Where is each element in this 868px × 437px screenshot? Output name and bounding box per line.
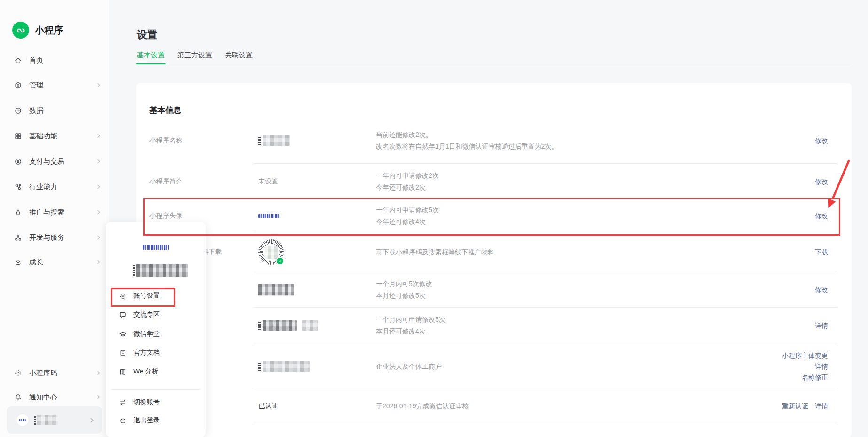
qr-blurred-center [265,246,278,259]
sun-code-icon [14,369,22,377]
row-hidden-label-2: 一个月内可申请修改5次本月还可修改4次 详情 [136,308,852,343]
heart-hands-icon [14,258,22,266]
menu-item-wechat-academy[interactable]: 微信学堂 [119,325,199,343]
sidebar-item-industry[interactable]: 行业能力 [14,177,101,196]
sidebar-item-label: 首页 [29,56,43,65]
modify-link[interactable]: 修改 [815,137,828,144]
popup-blurred-logo [143,245,169,250]
sidebar-item-promotion[interactable]: 推广与搜索 [14,203,101,222]
account-popup-menu: 账号设置 交流专区 微信学堂 官方文档 We 分析 切换账号 退出登录 [106,222,206,437]
nodes-icon [14,183,22,191]
menu-item-label: 交流专区 [133,310,160,319]
sidebar-item-manage[interactable]: 管理 [14,76,101,95]
chevron-right-icon [96,235,101,240]
sidebar-item-basic-features[interactable]: 基础功能 [14,127,101,145]
name-correction-link[interactable]: 名称修正 [802,373,828,381]
row-description: 可下载小程序码及搜索框等线下推广物料 [376,246,494,258]
row-material-download: 料下载 ✓ 可下载小程序码及搜索框等线下推广物料 下载 [136,232,852,271]
reverify-link[interactable]: 重新认证 [782,402,808,410]
menu-item-we-analytics[interactable]: We 分析 [119,362,199,381]
row-description: 一年内可申请修改2次今年还可修改2次 [376,170,439,193]
molecule-icon [14,234,22,242]
popup-account-name-blurred [133,264,188,277]
wechat-miniprogram-logo-icon [12,22,29,39]
chevron-right-icon [89,418,94,423]
row-miniprogram-intro: 小程序简介 未设置 一年内可申请修改2次今年还可修改2次 修改 [136,164,852,199]
sidebar-item-label: 行业能力 [29,183,57,191]
row-description: 于2026-01-19完成微信认证审核 [376,400,469,412]
sidebar-item-label: 小程序码 [29,369,57,378]
chat-bubble-icon [119,311,127,319]
sidebar-item-label: 成长 [29,258,43,267]
chevron-right-icon [96,184,101,189]
basic-info-card: 基本信息 小程序名称 当前还能修改2次。改名次数将在自然年1月1日和微信认证审核… [136,83,852,437]
row-verification: 已认证 于2026-01-19完成微信认证审核 重新认证详情 [136,389,852,422]
sidebar-item-home[interactable]: 首页 [14,51,101,70]
sidebar-item-payment[interactable]: 支付与交易 [14,152,101,171]
row-subject-info: 企业法人及个体工商户 小程序主体变更 详情 名称修正 [136,343,852,389]
pie-chart-icon [14,107,22,115]
menu-item-logout[interactable]: 退出登录 [119,411,199,430]
menu-item-official-docs[interactable]: 官方文档 [119,343,199,362]
account-name-blurred [34,416,36,425]
brand-logo-row: 小程序 [12,22,63,39]
detail-link[interactable]: 详情 [815,322,828,329]
row-label: 小程序名称 [149,136,182,145]
row-description: 一个月内可5次修改本月还可修改5次 [376,278,432,302]
row-value-blurred [258,135,290,146]
chevron-right-icon [96,83,101,87]
sidebar-item-data[interactable]: 数据 [14,101,101,120]
document-icon [119,349,127,357]
modify-link[interactable]: 修改 [815,286,828,293]
chevron-right-icon [96,134,101,138]
row-hidden-label-1: 一个月内可5次修改本月还可修改5次 修改 [136,271,852,308]
menu-item-label: 官方文档 [133,349,160,357]
sidebar-item-label: 基础功能 [29,132,57,141]
bell-icon [14,393,22,401]
menu-item-label: 退出登录 [133,416,160,425]
row-value-qrcode: ✓ [258,239,284,265]
menu-item-community[interactable]: 交流专区 [119,305,199,324]
settings-tabbar: 基本设置 第三方设置 关联设置 [137,50,852,64]
sidebar-item-growth[interactable]: 成长 [14,253,101,271]
tab-basic-settings[interactable]: 基本设置 [137,50,165,64]
row-value-blurred [258,320,318,331]
sidebar-account-item[interactable] [7,406,102,434]
app-window: 小程序 首页 管理 数据 基础功能 支付与交易 行业能力 [0,0,868,437]
detail-link[interactable]: 详情 [815,363,828,370]
account-avatar [16,413,29,427]
switch-arrows-icon [119,398,127,406]
brand-title: 小程序 [35,24,63,37]
row-value-blurred [258,284,294,295]
row-value-blurred [258,361,310,372]
verification-status: 已认证 [258,402,278,410]
tab-thirdparty-settings[interactable]: 第三方设置 [177,50,212,64]
download-link[interactable]: 下载 [815,248,828,255]
grid-icon [14,132,22,140]
detail-link[interactable]: 详情 [815,402,828,410]
verified-check-icon: ✓ [276,257,284,265]
sidebar-item-label: 开发与服务 [29,233,64,242]
subject-change-link[interactable]: 小程序主体变更 [782,352,828,359]
menu-item-switch-account[interactable]: 切换账号 [119,393,199,412]
sidebar-item-notifications[interactable]: 通知中心 [14,388,101,406]
graduation-cap-icon [119,330,127,338]
sidebar-item-label: 通知中心 [29,393,57,402]
sidebar-item-develop[interactable]: 开发与服务 [14,228,101,247]
chevron-right-icon [96,210,101,215]
power-icon [119,417,127,425]
page-title: 设置 [137,28,157,42]
section-title: 基本信息 [149,105,181,116]
annotation-arrow [808,155,860,221]
row-description: 企业法人及个体工商户 [376,361,442,373]
analytics-icon [119,368,127,376]
menu-item-label: 切换账号 [133,398,160,406]
sidebar: 小程序 首页 管理 数据 基础功能 支付与交易 行业能力 [0,0,109,437]
sidebar-item-label: 数据 [29,106,43,115]
sidebar-item-minicode[interactable]: 小程序码 [14,364,101,382]
row-miniprogram-name: 小程序名称 当前还能修改2次。改名次数将在自然年1月1日和微信认证审核通过后重置… [136,118,852,164]
row-label: 小程序简介 [149,177,182,186]
sidebar-item-label: 支付与交易 [29,157,64,166]
miniprogram-qr-code: ✓ [258,239,284,265]
tab-related-settings[interactable]: 关联设置 [225,50,253,64]
